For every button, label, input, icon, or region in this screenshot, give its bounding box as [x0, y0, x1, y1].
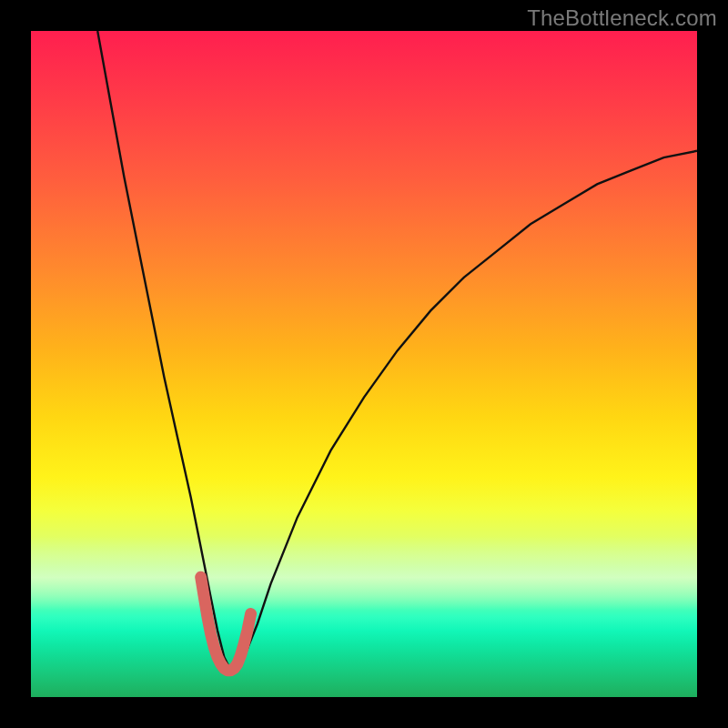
bottleneck-curve: [97, 31, 697, 671]
bottleneck-minimum-highlight: [201, 577, 251, 671]
curve-layer: [31, 31, 697, 697]
chart-frame: TheBottleneck.com: [0, 0, 728, 728]
watermark-text: TheBottleneck.com: [527, 5, 717, 31]
plot-area: [31, 31, 697, 697]
